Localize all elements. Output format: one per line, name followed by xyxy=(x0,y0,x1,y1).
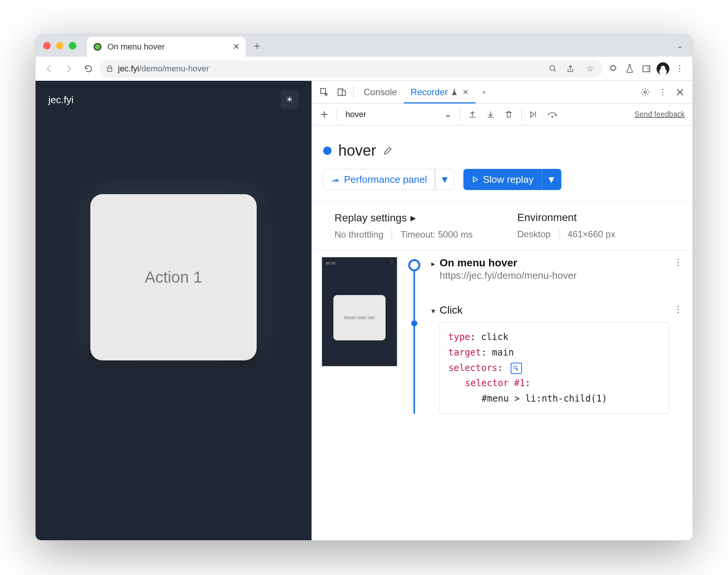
selector-picker-icon[interactable] xyxy=(511,363,522,374)
step-menu-icon[interactable]: ⋮ xyxy=(674,304,683,315)
close-window-button[interactable] xyxy=(43,42,51,49)
close-devtools-icon[interactable] xyxy=(671,83,689,101)
export-icon[interactable] xyxy=(465,107,480,122)
step-navigate[interactable]: ▸ On menu hover https://jec.fyi/demo/men… xyxy=(431,257,683,281)
performance-panel-dropdown[interactable]: ▼ xyxy=(435,169,455,190)
chevron-right-icon: ▸ xyxy=(410,212,416,224)
replay-dropdown[interactable]: ▼ xyxy=(542,169,561,190)
env-device: Desktop xyxy=(517,229,551,240)
tab-strip: On menu hover ✕ ＋ ⌄ xyxy=(36,35,692,57)
step-click-title: Click xyxy=(440,304,669,316)
device-toolbar-icon[interactable] xyxy=(333,83,350,101)
delete-icon[interactable] xyxy=(501,107,517,122)
import-icon[interactable] xyxy=(483,107,499,122)
flask-badge-icon xyxy=(451,88,458,96)
performance-panel-button-group: Performance panel ▼ xyxy=(323,169,454,190)
recording-select[interactable]: hover ⌄ xyxy=(342,107,455,122)
browser-menu-icon[interactable]: ⋮ xyxy=(672,61,687,76)
devtools-tabbar: Console Recorder ✕ » ⋮ xyxy=(312,81,692,104)
zoom-icon[interactable] xyxy=(549,65,562,73)
fullscreen-window-button[interactable] xyxy=(69,42,76,49)
send-feedback-link[interactable]: Send feedback xyxy=(635,110,688,119)
recording-status-dot xyxy=(323,147,331,155)
profile-avatar[interactable] xyxy=(655,61,671,76)
devtools-menu-icon[interactable]: ⋮ xyxy=(654,83,671,101)
settings-gear-icon[interactable] xyxy=(637,83,654,101)
svg-point-0 xyxy=(550,65,555,70)
throttling-value: No throttling xyxy=(335,229,383,240)
browser-tab[interactable]: On menu hover ✕ xyxy=(87,37,246,57)
action-card-label: Action 1 xyxy=(145,268,202,286)
svg-rect-5 xyxy=(342,90,345,95)
gauge-icon xyxy=(331,175,340,184)
browser-window: On menu hover ✕ ＋ ⌄ jec.fyi/demo/menu-ho… xyxy=(35,34,693,541)
step-nav-title: On menu hover xyxy=(440,257,577,269)
address-bar[interactable]: jec.fyi/demo/menu-hover ☆ xyxy=(100,60,603,77)
tab-title: On menu hover xyxy=(107,42,228,52)
env-viewport: 461×660 px xyxy=(568,229,615,240)
collapse-icon[interactable]: ▸ xyxy=(431,259,435,268)
favicon xyxy=(93,42,102,51)
edit-title-icon[interactable] xyxy=(383,146,393,156)
timeline-start-marker xyxy=(408,259,420,271)
devtools-panel: Console Recorder ✕ » ⋮ xyxy=(311,81,692,540)
share-icon[interactable] xyxy=(566,65,579,73)
tab-list-chevron-icon[interactable]: ⌄ xyxy=(672,41,687,50)
svg-rect-2 xyxy=(647,66,650,72)
tab-console[interactable]: Console xyxy=(357,81,404,103)
forward-button[interactable] xyxy=(60,60,77,77)
new-recording-button[interactable] xyxy=(316,107,332,122)
step-click[interactable]: ▾ Click type: click target: main selecto… xyxy=(431,304,683,414)
expand-icon[interactable]: ▾ xyxy=(431,306,435,315)
replay-settings-heading[interactable]: Replay settings ▸ xyxy=(335,212,495,224)
reload-button[interactable] xyxy=(80,60,97,77)
side-panel-icon[interactable] xyxy=(639,61,654,76)
inspect-element-icon[interactable] xyxy=(316,83,333,101)
timeout-value: Timeout: 5000 ms xyxy=(400,229,472,240)
site-brand[interactable]: jec.fyi xyxy=(48,94,73,106)
step-over-icon[interactable] xyxy=(544,107,560,122)
svg-point-6 xyxy=(644,91,647,93)
minimize-window-button[interactable] xyxy=(56,42,64,49)
slow-replay-button[interactable]: Slow replay xyxy=(463,169,541,190)
timeline-step-marker xyxy=(411,320,417,326)
step-replay-icon[interactable] xyxy=(526,107,542,122)
replay-button-group: Slow replay ▼ xyxy=(463,169,561,190)
bookmark-star-icon[interactable]: ☆ xyxy=(584,64,596,74)
tab-recorder[interactable]: Recorder ✕ xyxy=(404,81,476,103)
environment-heading: Environment xyxy=(517,212,678,224)
new-tab-button[interactable]: ＋ xyxy=(249,38,265,53)
recorder-toolbar: hover ⌄ Se xyxy=(312,104,692,125)
close-panel-icon[interactable]: ✕ xyxy=(462,88,469,97)
back-button[interactable] xyxy=(41,60,57,77)
screenshot-thumbnail[interactable]: jec.fyi Hover over me! xyxy=(322,257,397,366)
theme-toggle-button[interactable]: ☀ xyxy=(280,91,299,109)
url-text: jec.fyi/demo/menu-hover xyxy=(118,64,544,74)
page-viewport: jec.fyi ☀ Action 1 xyxy=(36,81,311,540)
recording-title: hover xyxy=(338,142,376,159)
timeline xyxy=(405,257,424,414)
extensions-icon[interactable] xyxy=(606,61,621,76)
close-tab-icon[interactable]: ✕ xyxy=(233,42,240,52)
step-code: type: click target: main selectors: sele… xyxy=(440,322,669,414)
lock-icon xyxy=(106,65,113,73)
play-icon xyxy=(471,176,479,183)
thumb-card-text: Hover over me! xyxy=(333,295,386,340)
performance-panel-button[interactable]: Performance panel xyxy=(323,169,435,190)
step-nav-url: https://jec.fyi/demo/menu-hover xyxy=(440,270,577,281)
window-controls xyxy=(43,42,76,49)
action-card[interactable]: Action 1 xyxy=(90,194,257,360)
flask-icon[interactable] xyxy=(622,61,637,76)
step-menu-icon[interactable]: ⋮ xyxy=(674,257,683,267)
chevron-down-icon: ⌄ xyxy=(445,110,451,119)
more-tabs-chevron-icon[interactable]: » xyxy=(476,83,493,101)
svg-point-7 xyxy=(551,116,553,118)
toolbar: jec.fyi/demo/menu-hover ☆ ⋮ xyxy=(36,57,692,81)
